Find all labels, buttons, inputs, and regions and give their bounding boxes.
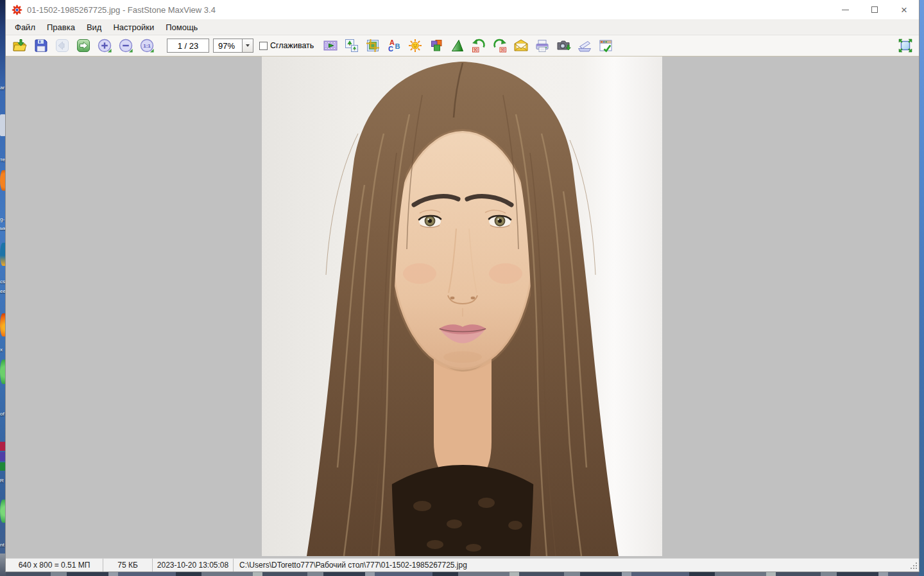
zoom-out-icon	[118, 38, 133, 53]
one-to-one-icon: 1:1	[139, 38, 155, 53]
photo-portrait[interactable]	[262, 57, 662, 556]
sun-icon	[407, 38, 423, 53]
actual-size-button[interactable]: 1:1	[138, 37, 156, 55]
menu-item-edit[interactable]: Правка	[41, 20, 81, 35]
status-timestamp: 2023-10-20 13:05:08	[153, 559, 234, 572]
svg-text:C: C	[388, 45, 393, 53]
desktop-icon-fragment	[0, 114, 6, 136]
svg-text:1:1: 1:1	[143, 43, 151, 49]
crop-icon	[365, 38, 381, 53]
portrait-illustration	[262, 57, 662, 556]
zoom-out-button[interactable]	[117, 37, 135, 55]
desktop-icon-fragment	[0, 313, 6, 336]
window-title: 01-1502-1985267725.jpg - FastStone MaxVi…	[27, 5, 216, 15]
desktop-icon-fragment	[0, 170, 6, 191]
desktop-label-fragment: ar	[0, 85, 6, 91]
minimize-icon	[842, 10, 849, 10]
menu-item-view[interactable]: Вид	[81, 20, 108, 35]
desktop-label-fragment: cs	[0, 279, 6, 284]
desktop-icon-fragment	[0, 442, 6, 451]
scanner-icon	[577, 38, 592, 53]
status-file-path: C:\Users\DToretto777\Рабочий стол\777\01…	[234, 559, 919, 572]
status-file-size: 75 КБ	[103, 559, 153, 572]
status-image-dimensions: 640 x 800 = 0.51 МП	[6, 559, 103, 572]
next-arrow-icon	[76, 38, 91, 53]
print-button[interactable]	[533, 37, 551, 55]
desktop-icon-fragment	[0, 462, 6, 471]
zoom-combo[interactable]: 97%	[213, 39, 253, 53]
screen-capture-button[interactable]	[554, 37, 572, 55]
close-icon: ×	[901, 4, 907, 15]
next-image-button[interactable]	[74, 37, 92, 55]
image-canvas[interactable]	[6, 57, 919, 558]
desktop-edge-right	[919, 0, 924, 576]
slideshow-filmstrip-icon	[323, 38, 338, 53]
rotate-right-button[interactable]: 90	[491, 37, 509, 55]
scan-button[interactable]	[576, 37, 594, 55]
rotate-left-button[interactable]: 90	[470, 37, 488, 55]
maximize-icon	[871, 6, 878, 13]
text-abc-icon: A C B	[386, 38, 402, 53]
desktop-edge-left: ar те g- ык cs ee x of R nt	[0, 0, 6, 576]
previous-arrow-icon-disabled	[55, 38, 70, 53]
app-logo-icon	[12, 4, 22, 15]
smoothing-toggle[interactable]: Сглаживать	[259, 41, 314, 50]
smoothing-label: Сглаживать	[270, 41, 314, 50]
printer-icon	[535, 38, 550, 53]
previous-image-button[interactable]	[53, 37, 71, 55]
page-indicator[interactable]: 1 / 23	[167, 39, 209, 53]
toolbar: 1:1 1 / 23 97% Сглаживать	[6, 35, 919, 57]
open-file-button[interactable]	[11, 37, 29, 55]
histogram-button[interactable]	[449, 37, 466, 55]
menu-item-help[interactable]: Помощь	[160, 20, 203, 35]
desktop-label-fragment: те	[0, 157, 6, 162]
faststone-maxview-window: 01-1502-1985267725.jpg - FastStone MaxVi…	[6, 0, 919, 572]
desktop-label-fragment: g-	[0, 217, 6, 222]
minimize-button[interactable]	[830, 0, 860, 19]
resize-button[interactable]	[343, 37, 361, 55]
statusbar: 640 x 800 = 0.51 МП 75 КБ 2023-10-20 13:…	[6, 558, 919, 572]
chevron-down-icon	[246, 44, 250, 47]
rotate-left-90-icon: 90	[471, 38, 486, 53]
zoom-dropdown-button[interactable]	[242, 39, 253, 53]
desktop-label-fragment: ee	[0, 289, 6, 294]
zoom-in-button[interactable]	[96, 37, 114, 55]
desktop-label-fragment: ык	[0, 226, 6, 231]
zoom-level-value[interactable]: 97%	[213, 39, 242, 53]
desktop-edge-bottom	[6, 572, 919, 576]
colors-button[interactable]	[406, 37, 424, 55]
desktop-icon-fragment	[0, 452, 6, 461]
titlebar[interactable]: 01-1502-1985267725.jpg - FastStone MaxVi…	[6, 0, 919, 19]
draw-text-button[interactable]: A C B	[385, 37, 403, 55]
save-floppy-icon	[33, 38, 49, 53]
rotate-right-90-icon: 90	[492, 38, 508, 53]
resize-grip[interactable]	[909, 561, 917, 569]
settings-window-check-icon	[598, 38, 613, 53]
slideshow-button[interactable]	[321, 37, 339, 55]
desktop-icon-fragment	[0, 500, 6, 523]
desktop-label-fragment: x	[0, 347, 6, 353]
settings-button[interactable]	[597, 37, 615, 55]
desktop-label-fragment: nt	[0, 543, 6, 548]
desktop-label-fragment: of	[0, 412, 6, 417]
effects-squares-icon	[429, 38, 444, 53]
email-envelope-icon	[513, 38, 529, 53]
save-button[interactable]	[32, 37, 50, 55]
desktop-icon-fragment	[0, 243, 6, 266]
levels-triangle-icon	[450, 38, 465, 53]
effects-button[interactable]	[427, 37, 445, 55]
open-folder-icon	[12, 38, 28, 53]
maximize-button[interactable]	[860, 0, 889, 19]
svg-text:90: 90	[474, 48, 479, 52]
crop-button[interactable]	[364, 37, 382, 55]
desktop-label-fragment: R	[0, 478, 6, 484]
smoothing-checkbox[interactable]	[259, 42, 268, 50]
svg-text:90: 90	[501, 48, 506, 52]
fullscreen-button[interactable]	[896, 37, 914, 55]
desktop-icon-fragment	[0, 360, 6, 384]
email-button[interactable]	[512, 37, 530, 55]
zoom-in-icon	[97, 38, 112, 53]
close-button[interactable]: ×	[889, 0, 919, 19]
menu-item-settings[interactable]: Настройки	[107, 20, 160, 35]
menu-item-file[interactable]: Файл	[9, 20, 41, 35]
